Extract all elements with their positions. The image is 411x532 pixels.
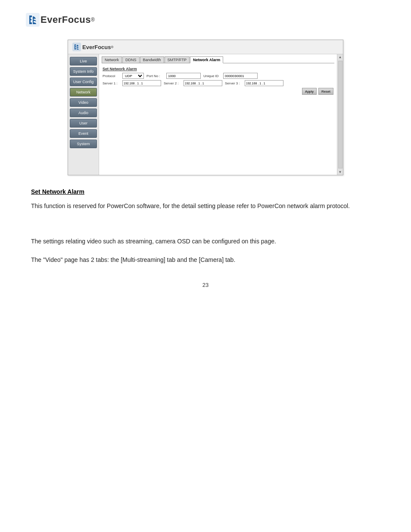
ss-logo-reg: ® xyxy=(111,45,113,49)
server1-label: Server 1 : xyxy=(103,81,120,85)
server2-input[interactable] xyxy=(184,80,222,86)
server1-input[interactable] xyxy=(122,80,161,86)
tab-smtp-ftp[interactable]: SMTP/FTP xyxy=(165,56,190,63)
server3-label: Server 3 : xyxy=(225,81,242,85)
tab-ddns[interactable]: DDNS xyxy=(122,56,140,63)
paragraph-2: The settings relating video such as stre… xyxy=(31,236,380,246)
page-content: Set Network Alarm This function is reser… xyxy=(27,188,384,288)
sidebar-btn-event[interactable]: Event xyxy=(70,129,97,138)
apply-button[interactable]: Apply xyxy=(302,88,317,95)
sidebar-btn-network[interactable]: Network xyxy=(70,88,97,96)
top-logo-area: EverFocus® xyxy=(26,13,385,27)
sidebar-btn-system-info[interactable]: System Info xyxy=(70,67,97,76)
ss-tabs-row: Network DDNS Bandwidth SMTP/FTP Network … xyxy=(102,56,334,63)
video-section: The settings relating video such as stre… xyxy=(31,236,380,264)
ss-scrollbar: ▲ ▼ xyxy=(337,54,343,175)
ss-buttons-row: Apply Reset xyxy=(103,88,333,95)
ss-form-section-title: Set Network Alarm xyxy=(103,67,333,71)
scroll-down-arrow[interactable]: ▼ xyxy=(339,169,342,175)
ss-logo-icon xyxy=(72,43,81,51)
sidebar-btn-system[interactable]: System xyxy=(70,140,97,148)
scroll-up-arrow[interactable]: ▲ xyxy=(339,54,342,60)
server3-input[interactable] xyxy=(245,80,283,86)
unique-id-label: Unique ID xyxy=(203,74,221,78)
ss-form-area: Set Network Alarm Protocol UDP Port No :… xyxy=(102,65,334,96)
section-heading: Set Network Alarm xyxy=(31,188,380,195)
sidebar-btn-audio[interactable]: Audio xyxy=(70,109,97,117)
everfocus-logo-icon xyxy=(26,13,40,27)
ss-body: Live System Info User Config Network Vid… xyxy=(68,54,343,175)
ss-form-row2: Server 1 : Server 2 : Server 3 : xyxy=(103,80,333,86)
ss-sidebar: Live System Info User Config Network Vid… xyxy=(68,54,99,175)
top-logo-text: EverFocus xyxy=(40,14,91,25)
paragraph-1: This function is reserved for PowerCon s… xyxy=(31,201,380,211)
ss-logo-text: EverFocus xyxy=(82,44,111,50)
port-no-input[interactable] xyxy=(166,73,201,79)
protocol-select[interactable]: UDP xyxy=(122,73,144,79)
unique-id-input[interactable] xyxy=(223,73,258,79)
sidebar-btn-user[interactable]: User xyxy=(70,119,97,128)
sidebar-btn-live[interactable]: Live xyxy=(70,57,97,65)
top-logo-reg: ® xyxy=(91,17,95,23)
tab-network-alarm[interactable]: Network Alarm xyxy=(190,56,223,63)
scroll-track[interactable] xyxy=(338,61,342,168)
screenshot-container: EverFocus® Live System Info User Config … xyxy=(68,40,343,175)
ss-content-area: Network DDNS Bandwidth SMTP/FTP Network … xyxy=(99,54,337,175)
port-no-label: Port No : xyxy=(146,74,164,78)
sidebar-btn-user-config[interactable]: User Config xyxy=(70,78,97,86)
protocol-label: Protocol xyxy=(103,74,120,78)
tab-network[interactable]: Network xyxy=(102,56,122,63)
reset-button[interactable]: Reset xyxy=(318,88,333,95)
paragraph-3: The "Video" page has 2 tabs: the [Multi-… xyxy=(31,255,380,264)
page-number: 23 xyxy=(31,282,380,288)
server2-label: Server 2 : xyxy=(164,81,181,85)
ss-header: EverFocus® xyxy=(68,40,343,54)
sidebar-btn-video[interactable]: Video xyxy=(70,98,97,107)
tab-bandwidth[interactable]: Bandwidth xyxy=(140,56,164,63)
ss-form-row1: Protocol UDP Port No : Unique ID xyxy=(103,73,333,79)
